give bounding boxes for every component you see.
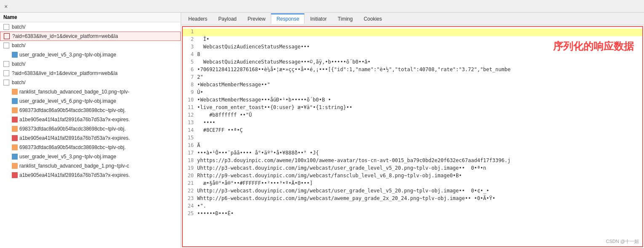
line-content: ••••••Đ•••È•	[197, 211, 234, 218]
response-line: 48	[183, 51, 642, 59]
list-item[interactable]: a1be905ea41f4a1faf28916a76b7d53a?x-expir…	[0, 133, 181, 143]
response-line: 6•7069212841122876168••è¼å•¦æ•»çç••å••é,…	[183, 67, 642, 74]
file-checkbox[interactable]	[4, 33, 10, 39]
list-item[interactable]: ?aid=6383&live_id=1&device_platform=web&…	[0, 69, 181, 78]
list-item[interactable]: batch/	[0, 41, 181, 50]
line-content: #b8ffffff ••"Ū	[197, 112, 252, 120]
list-item[interactable]: batch/	[0, 78, 181, 87]
response-line: 9Ú•	[183, 89, 642, 97]
line-content: Ä	[197, 142, 200, 150]
file-checkbox[interactable]	[3, 24, 9, 30]
tab-timing[interactable]: Timing	[332, 14, 358, 24]
file-name-label: batch/	[12, 43, 26, 48]
response-line: 8•WebcastMemberMessage••"	[183, 82, 642, 89]
line-number: 7	[184, 74, 197, 82]
line-content: 2"	[197, 74, 203, 82]
file-name-label: a1be905ea41f4a1faf28916a76b7d53a?x-expir…	[19, 117, 130, 123]
file-type-icon	[12, 98, 18, 104]
list-item[interactable]: a1be905ea41f4a1faf28916a76b7d53a?x-expir…	[0, 171, 181, 180]
response-line: 11•live_room_enter_toast••{0:user} æ•¥ä°…	[183, 104, 642, 112]
response-content[interactable]: 序列化的响应数据 12 Î•3 WebcastQuizAudienceStatu…	[182, 26, 643, 247]
list-item[interactable]: ranklist_fansclub_advanced_badge_1.png~t…	[0, 161, 181, 171]
file-type-icon	[12, 172, 18, 178]
line-content: •live_room_enter_toast••{0:user} æ•¥ä°•{…	[197, 104, 352, 112]
line-number: 15	[184, 135, 197, 142]
line-number: 16	[184, 142, 197, 150]
line-content: •".	[197, 203, 206, 211]
file-list[interactable]: batch/?aid=6383&live_id=1&device_platfor…	[0, 22, 181, 248]
line-number: 22	[184, 188, 197, 195]
tab-initiator[interactable]: Initiator	[305, 14, 332, 24]
list-item[interactable]: 698373dfdac86a90b54facdc38698cbc~tplv-ob…	[0, 143, 181, 152]
close-icon[interactable]: ×	[2, 2, 10, 11]
tab-preview[interactable]: Preview	[242, 14, 271, 24]
list-item[interactable]: 698373dfdac86a90b54facdc38698cbc~tplv-ob…	[0, 106, 181, 115]
file-name-label: 698373dfdac86a90b54facdc38698cbc~tplv-ob…	[19, 107, 126, 113]
tab-headers[interactable]: Headers	[183, 14, 213, 24]
list-item[interactable]: ranklist_fansclub_advanced_badge_10.png~…	[0, 87, 181, 96]
line-number: 4	[184, 51, 197, 59]
list-item[interactable]: user_grade_level_v5_3.png~tplv-obj.image	[0, 50, 181, 59]
line-number: 3	[184, 44, 197, 51]
line-content: ••••	[197, 120, 215, 127]
response-line: 3 WebcastQuizAudienceStatusMessage•••	[183, 44, 642, 51]
list-item[interactable]: user_grade_level_v5_6.png~tplv-obj.image	[0, 96, 181, 106]
file-type-icon	[12, 135, 18, 141]
tab-payload[interactable]: Payload	[213, 14, 242, 24]
list-item[interactable]: user_grade_level_v5_3.png~tplv-obj.image	[0, 152, 181, 161]
file-name-label: ?aid=6383&live_id=1&device_platform=web&…	[12, 70, 118, 76]
file-name-label: a1be905ea41f4a1faf28916a76b7d53a?x-expir…	[19, 172, 130, 178]
watermark: CSDN @十一姐	[606, 238, 639, 245]
file-type-icon	[12, 89, 18, 95]
response-line: 19Uhttp://p3-webcast.douyinpic.com/img/w…	[183, 165, 642, 173]
file-checkbox[interactable]	[3, 61, 9, 67]
list-item[interactable]: 698373dfdac86a90b54facdc38698cbc~tplv-ob…	[0, 124, 181, 133]
response-line: 23Whttp://p6-webcast.douyinpic.com/img/w…	[183, 195, 642, 203]
file-checkbox[interactable]	[3, 43, 9, 48]
line-number: 1	[184, 29, 197, 36]
line-number: 24	[184, 203, 197, 211]
file-name-label: batch/	[12, 61, 26, 67]
file-type-icon	[12, 52, 18, 58]
line-number: 8	[184, 82, 197, 89]
response-line: 22Uhttp://p3-webcast.douyinpic.com/img/w…	[183, 188, 642, 195]
line-number: 21	[184, 180, 197, 188]
line-number: 19	[184, 165, 197, 173]
line-number: 11	[184, 104, 197, 112]
line-number: 25	[184, 211, 197, 218]
line-number: 10	[184, 97, 197, 104]
list-item[interactable]: a1be905ea41f4a1faf28916a76b7d53a?x-expir…	[0, 115, 181, 124]
main-content: Name batch/?aid=6383&live_id=1&device_pl…	[0, 13, 644, 248]
line-content: WebcastQuizAudienceStatusMessage•••©,ãÿ,…	[197, 59, 371, 67]
line-content: WebcastQuizAudienceStatusMessage•••	[197, 44, 310, 51]
tab-response[interactable]: Response	[271, 13, 305, 24]
list-item[interactable]: ?aid=6383&live_id=1&device_platform=web&…	[0, 32, 181, 41]
file-name-label: a1be905ea41f4a1faf28916a76b7d53a?x-expir…	[19, 135, 130, 141]
file-checkbox[interactable]	[3, 80, 9, 85]
response-line: 16Ä	[183, 142, 642, 150]
file-name-label: 698373dfdac86a90b54facdc38698cbc~tplv-ob…	[19, 126, 126, 132]
response-line: 5 WebcastQuizAudienceStatusMessage•••©,ã…	[183, 59, 642, 67]
list-item[interactable]: batch/	[0, 22, 181, 32]
right-panel: HeadersPayloadPreviewResponseInitiatorTi…	[181, 13, 644, 248]
file-checkbox[interactable]	[3, 70, 9, 76]
line-content: Ú•	[197, 89, 203, 97]
line-content: Rhttp://p9-webcast.douyinpic.com/img/web…	[197, 173, 462, 180]
left-panel: Name batch/?aid=6383&live_id=1&device_pl…	[0, 13, 181, 248]
line-content: •7069212841122876168••è¼å•¦æ•»çç••å••é,¡…	[197, 67, 510, 74]
line-content: Uhttp://p3-webcast.douyinpic.com/img/web…	[197, 188, 489, 195]
tab-cookies[interactable]: Cookies	[358, 14, 387, 24]
file-name-label: user_grade_level_v5_3.png~tplv-obj.image	[19, 52, 116, 58]
response-line: 72"	[183, 74, 642, 82]
response-line: 12 #b8ffffff ••"Ū	[183, 112, 642, 120]
list-item[interactable]: batch/	[0, 59, 181, 69]
file-name-label: ?aid=6383&live_id=1&device_platform=web&…	[12, 33, 118, 39]
line-number: 23	[184, 195, 197, 203]
response-line: 2 Î•	[183, 36, 642, 44]
line-number: 14	[184, 127, 197, 135]
line-content: •WebcastMemberMessage••"	[197, 82, 270, 89]
file-type-icon	[12, 144, 18, 150]
response-line: 14 #8CE7FF ••ª•Ç	[183, 127, 642, 135]
response-line: 10•WebcastMemberMessage•••åúĐ•¹•b•••••õ´…	[183, 97, 642, 104]
line-content: Î•	[197, 36, 209, 44]
